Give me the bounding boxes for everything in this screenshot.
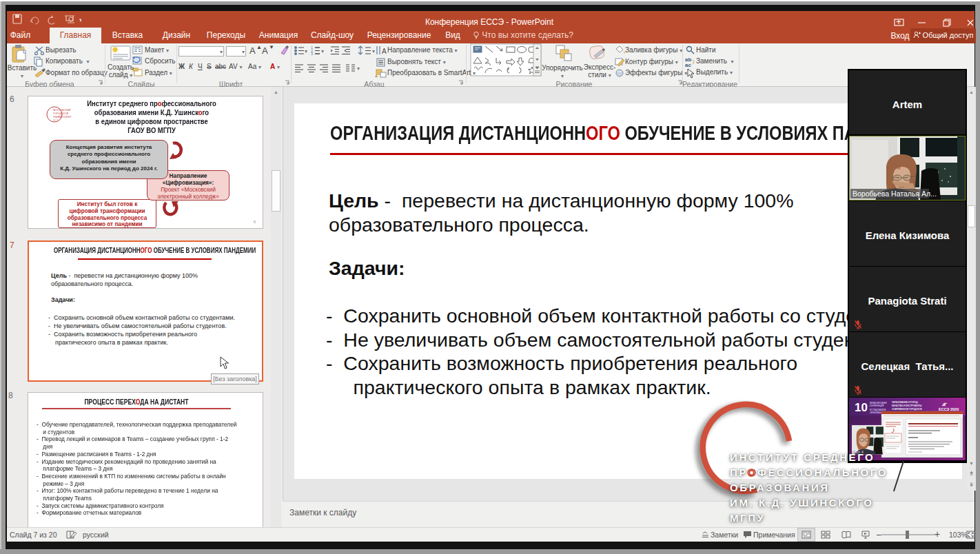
svg-text:А: А (382, 48, 387, 55)
svg-text:10: 10 (855, 401, 868, 414)
svg-text:СОВРЕМЕННОЙ ГОРОДСКОЙ: СОВРЕМЕННОЙ ГОРОДСКОЙ (892, 408, 922, 411)
svg-text:ОБРАЗОВАНИЕ И ГОРОД:: ОБРАЗОВАНИЕ И ГОРОД: (892, 401, 918, 404)
svg-text:МОСКОВСКИЙ: МОСКОВСКИЙ (53, 109, 71, 112)
svg-text:▲: ▲ (256, 44, 262, 50)
svg-text:МГПУ: МГПУ (53, 119, 60, 122)
svg-text:ЕССЭ 2020: ЕССЭ 2020 (939, 407, 959, 411)
svg-text:КАЧЕСТВО И ИНСТРУМЕНТЫ: КАЧЕСТВО И ИНСТРУМЕНТЫ (892, 404, 922, 407)
svg-text:3: 3 (311, 52, 313, 56)
svg-text:Зал 4: Зал 4 (853, 450, 864, 454)
svg-text:УНИВЕРСИТЕТ: УНИВЕРСИТЕТ (53, 116, 72, 119)
svg-text:А: А (262, 45, 268, 56)
svg-text:▼: ▼ (269, 44, 274, 50)
svg-text:ИССЛЕДОВАТЕЛИ: ИССЛЕДОВАТЕЛИ (870, 409, 886, 411)
svg-text:▾: ▾ (79, 17, 81, 23)
svg-text:КОНФЕРЕНЦИЯ: КОНФЕРЕНЦИЯ (870, 404, 884, 407)
svg-text:ac: ac (685, 62, 691, 68)
svg-text:ГОРОДСКОЙ: ГОРОДСКОЙ (53, 112, 68, 115)
svg-text:А: А (249, 45, 256, 56)
svg-text:МЕЖДУНАРОДНАЯ: МЕЖДУНАРОДНАЯ (870, 402, 887, 404)
